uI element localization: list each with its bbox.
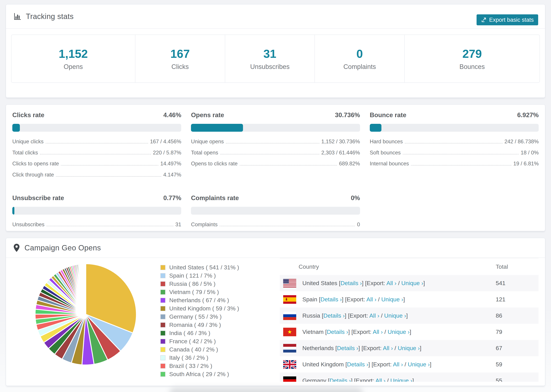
export-unique-link[interactable]: Unique › — [390, 377, 412, 382]
export-unique-link[interactable]: Unique › — [408, 361, 430, 368]
geo-legend: United States ( 541 / 31% ) Spain ( 121 … — [160, 264, 278, 379]
country-cell: Germany [Details ›] [Export: All › / Uni… — [302, 377, 496, 382]
export-all-link[interactable]: All › — [383, 345, 393, 351]
rate-block-clicks-rate: Clicks rate 4.46% Unique clicks 167 / 4.… — [12, 112, 181, 183]
total-cell: 59 — [496, 361, 538, 368]
rates-grid: Clicks rate 4.46% Unique clicks 167 / 4.… — [12, 112, 539, 232]
geo-header: Campaign Geo Opens — [6, 238, 545, 258]
details-link[interactable]: Details › — [320, 296, 342, 302]
flag-gb-icon — [283, 360, 296, 369]
stat-bounces: 279 Bounces — [404, 35, 540, 83]
legend-marker — [160, 364, 165, 369]
details-link[interactable]: Details › — [323, 312, 345, 319]
dotted-leader — [56, 176, 161, 177]
legend-marker — [160, 265, 165, 270]
details-link[interactable]: Details › — [337, 345, 358, 351]
rates-card: Clicks rate 4.46% Unique clicks 167 / 4.… — [6, 104, 545, 231]
rate-title: Unsubscribe rate — [12, 195, 64, 202]
geo-table-row-netherlands: Netherlands [Details ›] [Export: All › /… — [280, 340, 538, 356]
rate-title: Complaints rate — [191, 195, 239, 202]
rate-title: Clicks rate — [12, 112, 44, 119]
geo-table-row-united-states: United States [Details ›] [Export: All ›… — [280, 275, 538, 291]
dotted-leader — [240, 165, 337, 166]
dotted-leader — [46, 143, 148, 143]
rate-value: 4.46% — [163, 112, 181, 119]
stat-value: 0 — [356, 47, 363, 60]
progress-bar — [191, 207, 360, 215]
total-cell: 67 — [496, 345, 538, 351]
details-link[interactable]: Details › — [347, 361, 368, 368]
flag-ru-icon — [283, 311, 296, 320]
legend-item-brazil[interactable]: Brazil ( 33 / 2% ) — [160, 363, 278, 369]
legend-item-canada[interactable]: Canada ( 40 / 2% ) — [160, 346, 278, 353]
export-unique-link[interactable]: Unique › — [381, 296, 403, 302]
export-unique-link[interactable]: Unique › — [398, 345, 420, 351]
rate-row-complaints: Complaints 0 — [191, 222, 360, 228]
legend-item-spain[interactable]: Spain ( 121 / 7% ) — [160, 272, 278, 279]
geo-table-header: Country Total — [280, 258, 538, 275]
export-all-link[interactable]: All › — [375, 377, 386, 382]
rate-value: 6.927% — [517, 112, 539, 119]
legend-item-france[interactable]: France ( 42 / 2% ) — [160, 338, 278, 345]
dotted-leader — [403, 154, 519, 154]
legend-marker — [160, 298, 165, 303]
details-link[interactable]: Details › — [330, 377, 351, 382]
country-cell: United States [Details ›] [Export: All ›… — [302, 280, 496, 287]
export-all-link[interactable]: All › — [386, 280, 396, 286]
progress-bar — [191, 124, 360, 132]
export-basic-stats-button[interactable]: Export basic stats — [477, 14, 538, 25]
legend-item-united-kingdom[interactable]: United Kingdom ( 59 / 3% ) — [160, 305, 278, 312]
flag-vn-icon — [283, 328, 296, 336]
details-link[interactable]: Details › — [340, 280, 362, 286]
flag-es-icon — [283, 295, 296, 304]
tracking-stats-title: Tracking stats — [26, 12, 74, 21]
rate-block-opens-rate: Opens rate 30.736% Unique opens 1,152 / … — [191, 112, 360, 183]
legend-item-south-africa[interactable]: South Africa ( 29 / 2% ) — [160, 371, 278, 378]
flag-nl-icon — [283, 344, 296, 352]
rate-block-bounce-rate: Bounce rate 6.927% Hard bounces 242 / 86… — [370, 112, 539, 183]
legend-item-russia[interactable]: Russia ( 86 / 5% ) — [160, 280, 278, 287]
total-cell: 79 — [496, 329, 538, 335]
total-cell: 55 — [496, 377, 538, 382]
export-all-link[interactable]: All › — [393, 361, 403, 368]
legend-marker — [160, 281, 165, 287]
legend-marker — [160, 347, 165, 352]
legend-marker — [160, 331, 165, 336]
legend-item-germany[interactable]: Germany ( 55 / 3% ) — [160, 313, 278, 320]
flag-de-icon — [283, 377, 296, 382]
rate-row-hard-bounces: Hard bounces 242 / 86.738% — [370, 139, 539, 145]
export-unique-link[interactable]: Unique › — [401, 280, 423, 286]
progress-bar — [370, 124, 539, 132]
map-pin-icon — [13, 243, 20, 252]
bar-chart-icon — [13, 12, 22, 21]
rate-row-total-opens: Total opens 2,303 / 61.446% — [191, 150, 360, 156]
stat-complaints: 0 Complaints — [315, 35, 404, 83]
legend-marker — [160, 339, 165, 344]
export-all-link[interactable]: All › — [369, 312, 379, 319]
pie-slice-other[interactable] — [85, 264, 86, 314]
rate-block-unsubscribe-rate: Unsubscribe rate 0.77% Unsubscribes 31 — [12, 195, 181, 233]
export-unique-link[interactable]: Unique › — [388, 329, 410, 335]
geo-table-row-spain: Spain [Details ›] [Export: All › / Uniqu… — [280, 291, 538, 308]
legend-item-romania[interactable]: Romania ( 49 / 3% ) — [160, 322, 278, 328]
export-unique-link[interactable]: Unique › — [384, 312, 406, 319]
rate-row-unique-clicks: Unique clicks 167 / 4.456% — [12, 139, 181, 145]
rate-value: 0.77% — [163, 195, 181, 202]
stats-summary-box: 1,152 Opens 167 Clicks 31 Unsubscribes 0… — [11, 35, 540, 83]
export-all-link[interactable]: All › — [373, 329, 383, 335]
rate-row-clicks-to-opens-rate: Clicks to opens rate 14.497% — [12, 161, 181, 167]
details-link[interactable]: Details › — [327, 329, 348, 335]
geo-table-row-united-kingdom: United Kingdom [Details ›] [Export: All … — [280, 356, 538, 372]
rate-row-unsubscribes: Unsubscribes 31 — [12, 222, 181, 228]
rate-row-soft-bounces: Soft bounces 18 / 0% — [370, 150, 539, 156]
geo-table-row-russia: Russia [Details ›] [Export: All › / Uniq… — [280, 308, 538, 324]
dotted-leader — [226, 143, 319, 143]
legend-item-united-states[interactable]: United States ( 541 / 31% ) — [160, 264, 278, 271]
legend-item-netherlands[interactable]: Netherlands ( 67 / 4% ) — [160, 297, 278, 304]
legend-item-vietnam[interactable]: Vietnam ( 79 / 5% ) — [160, 289, 278, 295]
legend-item-italy[interactable]: Italy ( 36 / 2% ) — [160, 354, 278, 361]
stat-label: Complaints — [343, 63, 376, 70]
export-all-link[interactable]: All › — [366, 296, 376, 302]
legend-item-india[interactable]: India ( 46 / 3% ) — [160, 330, 278, 336]
rate-title: Opens rate — [191, 112, 224, 119]
